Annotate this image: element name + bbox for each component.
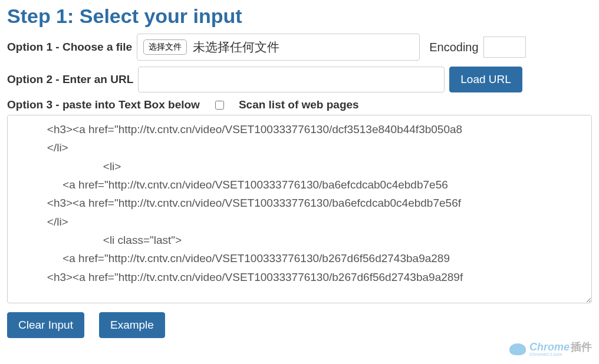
option3-row: Option 3 - paste into Text Box below Sca… — [7, 98, 592, 111]
watermark-brand: Chrome — [529, 341, 570, 343]
watermark-cn: 插件 — [571, 341, 592, 343]
choose-file-button[interactable]: 选择文件 — [143, 39, 187, 55]
scan-pages-label: Scan list of web pages — [239, 98, 359, 111]
watermark-main: Chrome插件 — [529, 342, 592, 343]
option1-label: Option 1 - Choose a file — [7, 41, 132, 54]
option2-row: Option 2 - Enter an URL Load URL — [7, 67, 592, 92]
watermark: Chrome插件 ChromeCJ.com — [509, 342, 592, 343]
option1-row: Option 1 - Choose a file 选择文件 未选择任何文件 En… — [7, 34, 592, 61]
button-row: Clear Input Example — [7, 312, 592, 338]
option3-label: Option 3 - paste into Text Box below — [7, 98, 200, 111]
encoding-label: Encoding — [429, 41, 478, 54]
option2-label: Option 2 - Enter an URL — [7, 73, 133, 86]
clear-input-button[interactable]: Clear Input — [7, 312, 84, 338]
main-textarea[interactable] — [7, 115, 592, 303]
file-input-wrap[interactable]: 选择文件 未选择任何文件 — [137, 34, 420, 61]
watermark-text: Chrome插件 ChromeCJ.com — [529, 342, 592, 343]
scan-pages-checkbox[interactable] — [215, 101, 224, 110]
example-button[interactable]: Example — [99, 312, 165, 338]
load-url-button[interactable]: Load URL — [449, 67, 522, 92]
url-input[interactable] — [138, 67, 445, 92]
encoding-input[interactable] — [483, 37, 526, 58]
file-status-text: 未选择任何文件 — [193, 39, 279, 55]
step-heading: Step 1: Select your input — [7, 5, 592, 28]
